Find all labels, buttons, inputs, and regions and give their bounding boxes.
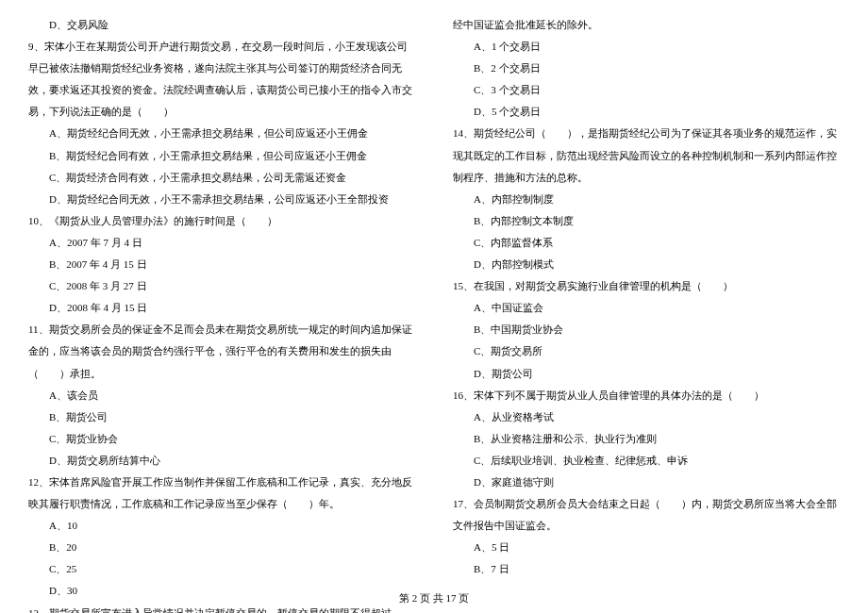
q17-option-a: A、5 日 — [453, 537, 840, 558]
q13-option-a: A、1 个交易日 — [453, 36, 840, 58]
q10-option-d: D、2008 年 4 月 15 日 — [28, 297, 415, 319]
q10-option-a: A、2007 年 7 月 4 日 — [28, 232, 415, 254]
q9-option-c: C、期货经济合同有效，小王需承担交易结果，公司无需返还资金 — [28, 167, 415, 189]
q11-option-d: D、期货交易所结算中心 — [28, 450, 415, 472]
q16-text: 16、宋体下列不属于期货从业人员自律管理的具体办法的是（ ） — [453, 385, 840, 406]
q14-option-d: D、内部控制模式 — [453, 254, 840, 275]
right-column: 经中国证监会批准延长的除外。 A、1 个交易日 B、2 个交易日 C、3 个交易… — [453, 14, 840, 571]
q14-text: 14、期货经纪公司（ ），是指期货经纪公司为了保证其各项业务的规范运作，实现其既… — [453, 123, 840, 188]
q17-option-b: B、7 日 — [453, 558, 840, 580]
q12-text: 12、宋体首席风险官开展工作应当制作并保留工作底稿和工作记录，真实、充分地反映其… — [28, 472, 415, 515]
q16-option-d: D、家庭道德守则 — [453, 472, 840, 493]
q15-option-d: D、期货公司 — [453, 363, 840, 385]
q14-option-a: A、内部控制制度 — [453, 189, 840, 210]
q16-option-b: B、从业资格注册和公示、执业行为准则 — [453, 428, 840, 450]
q10-text: 10、《期货从业人员管理办法》的施行时间是（ ） — [28, 210, 415, 232]
page-footer: 第 2 页 共 17 页 — [0, 591, 868, 605]
q12-option-a: A、10 — [28, 515, 415, 537]
q16-option-c: C、后续职业培训、执业检查、纪律惩戒、申诉 — [453, 450, 840, 472]
q11-option-c: C、期货业协会 — [28, 428, 415, 450]
q11-text: 11、期货交易所会员的保证金不足而会员未在期货交易所统一规定的时间内追加保证金的… — [28, 319, 415, 384]
q13-option-c: C、3 个交易日 — [453, 79, 840, 101]
q14-option-c: C、内部监督体系 — [453, 232, 840, 254]
left-column: D、交易风险 9、宋体小王在某期货公司开户进行期货交易，在交易一段时间后，小王发… — [28, 14, 415, 571]
q13-option-b: B、2 个交易日 — [453, 58, 840, 79]
q9-option-a: A、期货经纪合同无效，小王需承担交易结果，但公司应返还小王佣金 — [28, 123, 415, 144]
q15-text: 15、在我国，对期货交易实施行业自律管理的机构是（ ） — [453, 275, 840, 297]
q16-option-a: A、从业资格考试 — [453, 406, 840, 428]
q15-option-b: B、中国期货业协会 — [453, 319, 840, 340]
q9-option-d: D、期货经纪合同无效，小王不需承担交易结果，公司应返还小王全部投资 — [28, 189, 415, 210]
q10-option-c: C、2008 年 3 月 27 日 — [28, 275, 415, 297]
q11-option-a: A、该会员 — [28, 385, 415, 406]
q17-text: 17、会员制期货交易所会员大会结束之日起（ ）内，期货交易所应当将大会全部文件报… — [453, 493, 840, 537]
q11-option-b: B、期货公司 — [28, 406, 415, 428]
q15-option-a: A、中国证监会 — [453, 297, 840, 319]
q8-option-d: D、交易风险 — [28, 14, 415, 36]
q13-option-d: D、5 个交易日 — [453, 101, 840, 123]
q12-option-b: B、20 — [28, 537, 415, 558]
q10-option-b: B、2007 年 4 月 15 日 — [28, 254, 415, 275]
q14-option-b: B、内部控制文本制度 — [453, 210, 840, 232]
q9-text: 9、宋体小王在某期货公司开户进行期货交易，在交易一段时间后，小王发现该公司早已被… — [28, 36, 415, 123]
q12-option-c: C、25 — [28, 558, 415, 580]
q13-cont: 经中国证监会批准延长的除外。 — [453, 14, 840, 36]
q9-option-b: B、期货经纪合同有效，小王需承担交易结果，但公司应返还小王佣金 — [28, 145, 415, 167]
q15-option-c: C、期货交易所 — [453, 340, 840, 362]
